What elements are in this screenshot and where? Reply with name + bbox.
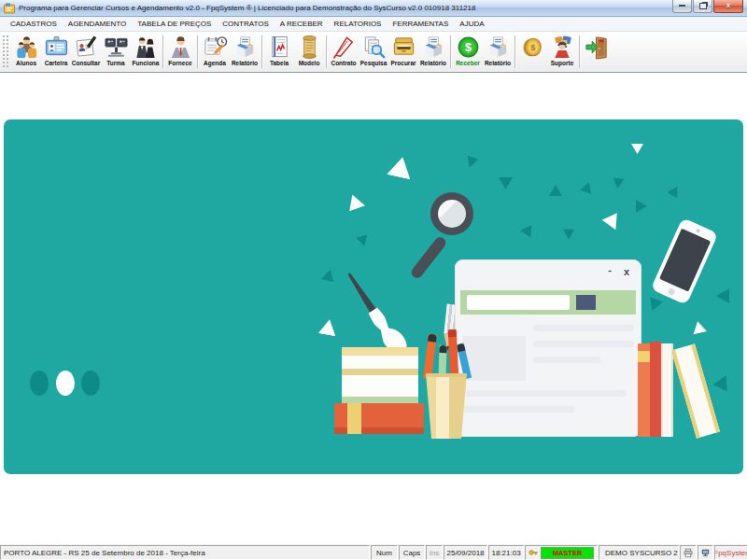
confetti-triangle [499, 177, 513, 189]
minimize-icon [679, 5, 685, 7]
placeholder-line [533, 357, 600, 363]
close-icon: x [726, 2, 730, 9]
status-location-text: PORTO ALEGRE - RS 25 de Setembro de 2018… [4, 549, 205, 557]
menu-cadastros[interactable]: CADASTROS [5, 20, 63, 28]
toolbar-label: Agenda [204, 61, 226, 67]
price-table-icon [267, 35, 292, 60]
menu-relatorios[interactable]: RELATORIOS [329, 20, 388, 28]
confetti-triangle [463, 155, 478, 170]
placeholder-line [533, 325, 634, 331]
contract-quill-icon [331, 35, 357, 60]
toolbar-button-suporte[interactable]: Suporte [547, 33, 577, 71]
decor-dot [56, 371, 75, 396]
toolbar-button-carteira[interactable]: Carteira [41, 33, 71, 71]
minimize-button[interactable] [672, 0, 692, 13]
placeholder-line [533, 341, 634, 347]
confetti-triangle [387, 155, 415, 180]
toolbar-label: Tabela [270, 61, 289, 67]
toolbar-button-agenda[interactable]: Agenda [200, 33, 230, 71]
toolbar-label: Carteira [45, 61, 68, 67]
toolbar-button-alunos[interactable]: Alunos [11, 33, 41, 71]
search-drawer-icon [391, 35, 416, 60]
supplier-icon [168, 35, 193, 60]
toolbar-label: Suporte [551, 61, 574, 67]
toolbar-button-modelo[interactable]: Modelo [294, 33, 324, 71]
printer-icon [684, 548, 693, 558]
toolbar-label: Modelo [299, 61, 320, 67]
content-spacer-top [0, 73, 747, 119]
report-icon [421, 35, 446, 60]
browser-search-button-graphic [576, 295, 596, 310]
toolbar-button-relatorio-2[interactable]: Relatório [418, 33, 448, 71]
status-database-panel: DEMO SYSCURSO 2.0 [599, 545, 679, 560]
toolbar-button-contrato[interactable]: Contrato [329, 33, 359, 71]
confetti-triangle [356, 231, 372, 246]
confetti-triangle [667, 186, 683, 201]
restore-button[interactable] [693, 0, 712, 13]
menu-a-receber[interactable]: A RECEBER [275, 20, 329, 28]
app-icon [4, 3, 15, 14]
toolbar-separator [261, 35, 262, 68]
magnifier-icon [430, 192, 473, 235]
toolbar-button-tabela[interactable]: Tabela [264, 33, 294, 71]
placeholder-line [466, 390, 627, 397]
window-title: Programa para Gerenciar Cursos e Agendam… [19, 4, 475, 12]
svg-text:$: $ [530, 43, 535, 52]
pencil-graphic [423, 334, 437, 380]
close-button[interactable]: x [713, 0, 743, 13]
status-caps-lock: Caps [399, 545, 425, 560]
status-brand-panel: FpqSystem [714, 545, 747, 560]
menu-tabela-de-precos[interactable]: TABELA DE PREÇOS [132, 20, 217, 28]
staff-icon [134, 35, 159, 60]
confetti-triangle [691, 320, 707, 335]
insert-mode-label: Ins [430, 549, 440, 557]
coin-icon: $ [520, 35, 545, 60]
titlebar: Programa para Gerenciar Cursos e Agendam… [0, 0, 747, 17]
toolbar-label: Funciona [133, 61, 160, 67]
report-icon [233, 35, 258, 60]
toolbar-button-exit[interactable] [582, 33, 612, 71]
receive-money-icon: $ [456, 35, 481, 60]
agenda-calendar-icon [203, 35, 228, 60]
menu-agendamento[interactable]: AGENDAMENTO [63, 20, 133, 28]
confetti-triangle [613, 177, 625, 189]
confetti-triangle [650, 295, 664, 311]
id-card-icon [44, 35, 69, 60]
toolbar-label: Relatório [485, 61, 511, 67]
toolbar-button-funciona[interactable]: Funciona [131, 33, 161, 71]
decor-dot [81, 371, 100, 396]
toolbar-label: Fornece [168, 61, 191, 67]
confetti-triangle [345, 191, 365, 211]
menubar: CADASTROS AGENDAMENTO TABELA DE PREÇOS C… [0, 17, 747, 31]
menu-ferramentas[interactable]: FERRAMENTAS [387, 20, 454, 28]
toolbar-button-fornece[interactable]: Fornece [165, 33, 195, 71]
status-network-button[interactable] [698, 545, 713, 560]
hero-banner: - x [4, 119, 743, 474]
toolbar-gripper[interactable] [2, 35, 9, 69]
toolbar-button-procurar[interactable]: Procurar [388, 33, 418, 71]
placeholder-line [464, 406, 574, 413]
statusbar: PORTO ALEGRE - RS 25 de Setembro de 2018… [0, 544, 747, 560]
toolbar-button-pesquisa[interactable]: Pesquisa [359, 33, 388, 71]
exit-door-icon [585, 35, 610, 60]
class-monitors-icon [104, 35, 129, 60]
restore-icon [699, 3, 707, 9]
toolbar-button-relatorio-1[interactable]: Relatório [230, 33, 260, 71]
book-spine-graphic [638, 343, 650, 437]
toolbar-label: Receber [456, 61, 480, 67]
menu-ajuda[interactable]: AJUDA [454, 20, 489, 28]
leaning-book-graphic [671, 343, 720, 438]
confetti-triangle [601, 213, 623, 233]
status-printer-button[interactable] [680, 545, 697, 560]
toolbar-button-relatorio-3[interactable]: Relatório [483, 33, 513, 71]
num-lock-label: Num [376, 549, 392, 557]
menu-contratos[interactable]: CONTRATOS [217, 20, 274, 28]
toolbar-button-turma[interactable]: Turma [101, 33, 131, 71]
toolbar-button-receber[interactable]: $ Receber [453, 33, 483, 71]
confetti-triangle [321, 270, 338, 287]
toolbar-button-coin[interactable]: $ [517, 33, 547, 71]
browser-search-field-graphic [467, 295, 570, 310]
confetti-triangle [712, 375, 728, 393]
confetti-triangle [520, 221, 537, 238]
toolbar-button-consultar[interactable]: Consultar [71, 33, 101, 71]
